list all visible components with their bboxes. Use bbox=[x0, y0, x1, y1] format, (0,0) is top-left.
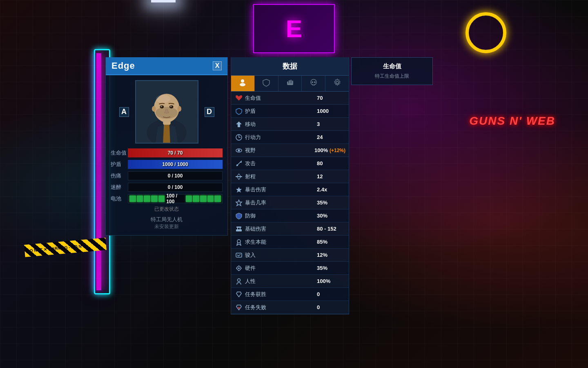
panel-header: Edge X bbox=[106, 57, 227, 75]
tab-character[interactable] bbox=[231, 76, 255, 91]
stat-base-dmg-val: 80 - 152 bbox=[313, 226, 345, 232]
stat-mission-win-val: 0 bbox=[313, 291, 345, 297]
stat-range: 射程 12 bbox=[231, 170, 349, 183]
pain-label: 伤痛 bbox=[111, 172, 128, 180]
stat-hardware-name: 硬件 bbox=[243, 265, 313, 272]
stat-move: 移动 3 bbox=[231, 118, 349, 131]
stat-hack: 骏入 12% bbox=[231, 249, 349, 262]
drunk-value: 0 / 100 bbox=[128, 183, 223, 192]
tab-hand[interactable] bbox=[278, 76, 302, 91]
stat-survival-icon bbox=[234, 238, 243, 247]
tab-shield-icon bbox=[262, 79, 270, 88]
stat-vision: 视野 100% (+12%) bbox=[231, 144, 349, 157]
stat-vision-name: 视野 bbox=[243, 147, 310, 154]
stat-move-name: 移动 bbox=[243, 121, 313, 128]
svg-rect-22 bbox=[312, 84, 313, 85]
stats-table: 生命值 70 护盾 1000 移动 3 bbox=[231, 92, 349, 314]
tab-character-icon bbox=[238, 79, 247, 88]
tooltip-panel: 生命值 特工生命值上限 bbox=[351, 57, 433, 85]
stat-survival-val: 85% bbox=[313, 239, 345, 245]
close-button[interactable]: X bbox=[213, 61, 222, 70]
stat-shield-name: 护盾 bbox=[243, 108, 313, 115]
stat-attack-icon bbox=[234, 159, 243, 168]
tooltip-subtitle: 特工生命值上限 bbox=[356, 73, 428, 80]
stat-humanity-val: 100% bbox=[313, 278, 345, 284]
svg-rect-36 bbox=[236, 253, 242, 257]
svg-point-6 bbox=[160, 105, 162, 107]
stat-mission-fail: 任务失败 0 bbox=[231, 301, 349, 314]
drunk-bar: 0 / 100 bbox=[128, 183, 223, 192]
stat-hardware-val: 35% bbox=[313, 265, 345, 271]
tab-shield[interactable] bbox=[255, 76, 278, 91]
tab-row bbox=[231, 76, 349, 92]
stat-hardware: 硬件 35% bbox=[231, 262, 349, 275]
stat-humanity-name: 人性 bbox=[243, 278, 313, 285]
tab-gear[interactable] bbox=[325, 76, 349, 91]
stat-crit-rate-name: 暴击几率 bbox=[243, 199, 313, 206]
data-panel: 数据 bbox=[231, 57, 349, 314]
shield-stat-row: 护盾 1000 / 1000 bbox=[111, 160, 223, 169]
prev-character-button[interactable]: A bbox=[119, 107, 129, 117]
hp-value: 70 / 70 bbox=[128, 148, 223, 157]
svg-point-43 bbox=[238, 278, 241, 281]
stat-crit-rate-icon bbox=[234, 198, 243, 207]
stat-humanity: 人性 100% bbox=[231, 275, 349, 288]
svg-point-27 bbox=[238, 149, 240, 151]
stat-mission-win-name: 任务获胜 bbox=[243, 291, 313, 298]
panel-title: Edge bbox=[111, 61, 135, 71]
next-character-button[interactable]: D bbox=[205, 107, 214, 117]
stat-range-name: 射程 bbox=[243, 173, 313, 180]
svg-rect-34 bbox=[236, 227, 241, 228]
yellow-circle-decoration bbox=[466, 12, 506, 53]
stat-action: 行动力 24 bbox=[231, 131, 349, 144]
drone-info: 特工局无人机 未安装更新 bbox=[111, 216, 223, 230]
avatar-area: A bbox=[111, 80, 223, 144]
stat-defense-val: 30% bbox=[313, 213, 345, 219]
svg-point-9 bbox=[177, 106, 181, 112]
shield-value: 1000 / 1000 bbox=[128, 160, 223, 169]
battery-stat-row: 电池 100 / 100 bbox=[111, 194, 223, 203]
neon-magenta-strip bbox=[96, 53, 101, 290]
character-panel: Edge X A bbox=[105, 57, 228, 236]
stat-mission-fail-icon bbox=[234, 303, 243, 312]
stat-shield: 护盾 1000 bbox=[231, 105, 349, 118]
stat-move-icon bbox=[234, 120, 243, 129]
stat-move-val: 3 bbox=[313, 121, 345, 127]
hp-stat-row: 生命值 70 / 70 bbox=[111, 148, 223, 157]
stat-vision-icon bbox=[234, 146, 243, 155]
stat-crit-dmg-name: 暴击伤害 bbox=[243, 186, 313, 193]
svg-point-35 bbox=[237, 240, 241, 243]
stat-base-dmg-icon bbox=[234, 224, 243, 233]
stat-base-dmg-name: 基础伤害 bbox=[243, 225, 313, 233]
stat-hack-val: 12% bbox=[313, 252, 345, 258]
stat-humanity-icon bbox=[234, 277, 243, 286]
status-changed: 已更改状态 bbox=[111, 206, 223, 213]
drone-label: 特工局无人机 bbox=[111, 216, 223, 223]
stat-action-name: 行动力 bbox=[243, 134, 313, 141]
stat-hack-icon bbox=[234, 251, 243, 260]
character-avatar bbox=[135, 80, 198, 144]
pain-value: 0 / 100 bbox=[128, 171, 223, 180]
stat-crit-dmg: 暴击伤害 2.4x bbox=[231, 183, 349, 196]
svg-point-21 bbox=[314, 81, 316, 83]
tab-hand-icon bbox=[286, 79, 294, 88]
stat-shield-icon bbox=[234, 107, 243, 116]
svg-rect-23 bbox=[314, 84, 315, 85]
stat-crit-dmg-icon bbox=[234, 185, 243, 194]
tab-skull-icon bbox=[310, 79, 318, 88]
stat-mission-win: 任务获胜 0 bbox=[231, 288, 349, 301]
stat-mission-fail-val: 0 bbox=[313, 304, 345, 310]
stat-attack: 攻击 80 bbox=[231, 157, 349, 170]
stat-action-icon bbox=[234, 133, 243, 142]
billboard-top: E bbox=[253, 4, 335, 53]
stat-hardware-icon bbox=[234, 264, 243, 273]
drone-sublabel: 未安装更新 bbox=[111, 223, 223, 230]
svg-point-28 bbox=[236, 164, 238, 166]
guns-sign: GUNS N' WEB bbox=[469, 114, 555, 128]
stat-defense-icon bbox=[234, 211, 243, 220]
tab-skull[interactable] bbox=[302, 76, 325, 91]
battery-bar: 100 / 100 bbox=[128, 194, 223, 203]
svg-point-7 bbox=[170, 105, 172, 107]
stat-range-icon bbox=[234, 172, 243, 181]
svg-point-12 bbox=[241, 79, 244, 83]
